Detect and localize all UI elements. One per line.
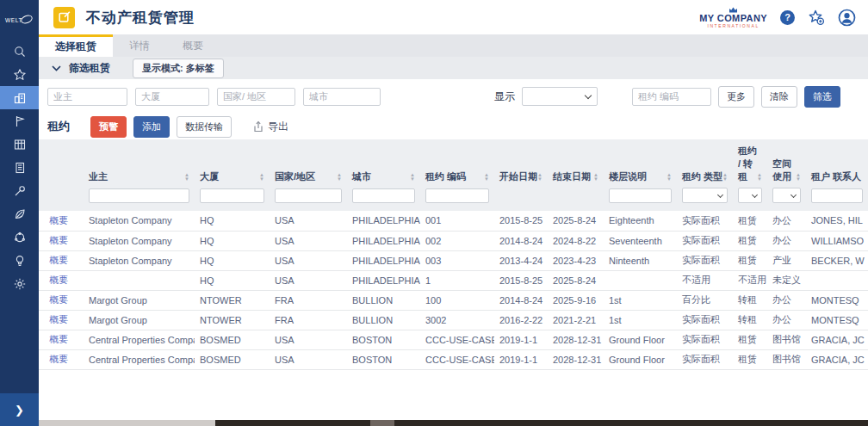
- sidebar-expand-button[interactable]: ❯: [0, 393, 39, 426]
- cell-city: BULLION: [347, 310, 420, 330]
- cell-contact: MONTESQ: [806, 310, 868, 330]
- sort-icon[interactable]: ▲▼: [184, 173, 189, 183]
- display-mode-button[interactable]: 显示模式: 多标签: [133, 59, 224, 78]
- summary-link[interactable]: 概要: [49, 255, 68, 265]
- owner-column-filter-input[interactable]: [89, 188, 189, 203]
- building-filter-input[interactable]: [135, 88, 209, 106]
- cell-floor: Eighteenth: [604, 211, 677, 231]
- display-select[interactable]: [522, 87, 598, 106]
- sidebar-item-notebook[interactable]: [0, 156, 39, 179]
- summary-link[interactable]: 概要: [49, 294, 68, 305]
- column-header-owner: 业主▲▼: [84, 139, 195, 186]
- cell-contact: BECKER, W: [806, 250, 868, 270]
- sort-icon[interactable]: ▲▼: [484, 173, 489, 183]
- favorite-star-add-icon[interactable]: [808, 9, 825, 26]
- scrollbar-thumb[interactable]: [215, 420, 868, 426]
- column-filter-start_date: [494, 186, 548, 211]
- owner-filter-input[interactable]: [47, 88, 127, 106]
- company-logo: WELT: [4, 7, 35, 33]
- user-profile-icon[interactable]: [838, 9, 856, 27]
- sidebar-item-idea[interactable]: [0, 249, 39, 272]
- filter-form: 显示 更多 清除 筛选: [39, 79, 868, 114]
- clear-button[interactable]: 清除: [761, 86, 797, 108]
- cell-city: PHILADELPHIA: [347, 231, 420, 250]
- cell-lease_type: 实际面积: [677, 231, 733, 250]
- sort-icon[interactable]: ▲▼: [722, 173, 728, 183]
- cell-building: BOSMED: [195, 349, 270, 369]
- sidebar-item-leaf[interactable]: [0, 202, 39, 225]
- column-header-end_date: 结束日期▲▼: [548, 139, 604, 186]
- column-header-lease_type: 租约 类型▲▼: [677, 139, 733, 186]
- tab-select-lease[interactable]: 选择租赁: [39, 34, 113, 57]
- scrollbar-notch: [370, 420, 394, 426]
- sort-icon[interactable]: ▲▼: [593, 173, 598, 183]
- contact-column-filter-input[interactable]: [811, 188, 863, 203]
- sort-icon[interactable]: ▲▼: [259, 173, 264, 183]
- table-row: 概要Margot GroupNTOWERFRABULLION30022016-2…: [39, 310, 868, 330]
- tab-summary[interactable]: 概要: [166, 34, 220, 57]
- cell-country: USA: [270, 349, 347, 369]
- cell-lease_code: 100: [420, 290, 494, 310]
- help-icon[interactable]: ?: [780, 10, 795, 25]
- column-label-building: 大厦: [200, 170, 219, 183]
- more-button[interactable]: 更多: [718, 86, 754, 108]
- column-filter-country: [270, 186, 347, 211]
- summary-link[interactable]: 概要: [49, 334, 68, 344]
- cell-lease_code: 3002: [420, 310, 494, 330]
- cell-lease_type: 实际面积: [677, 310, 733, 330]
- column-filter-building: [195, 186, 270, 211]
- filter-button[interactable]: 筛选: [804, 86, 840, 108]
- crown-icon: [728, 7, 738, 13]
- sidebar-item-grid[interactable]: [0, 133, 39, 156]
- lease_type-column-filter-select[interactable]: [682, 188, 728, 203]
- sublease-column-filter-select[interactable]: [738, 188, 762, 203]
- sort-icon[interactable]: ▲▼: [537, 173, 542, 183]
- column-filter-end_date: [548, 186, 604, 211]
- cell-start_date: 2016-2-22: [494, 310, 548, 330]
- summary-link[interactable]: 概要: [49, 235, 68, 245]
- column-filter-owner: [84, 186, 195, 211]
- data-transfer-button[interactable]: 数据传输: [177, 116, 232, 138]
- sort-icon[interactable]: ▲▼: [410, 173, 415, 183]
- sidebar-item-buildings[interactable]: [0, 86, 39, 109]
- summary-link[interactable]: 概要: [49, 354, 68, 364]
- sidebar-item-report[interactable]: [0, 109, 39, 133]
- main-area: 不动产租赁管理 MY COMPANY INTERNATIONAL ?: [39, 0, 868, 426]
- country-column-filter-input[interactable]: [275, 188, 342, 203]
- export-button[interactable]: 导出: [247, 119, 294, 135]
- cell-contact: JONES, HIL: [806, 211, 868, 231]
- chevron-down-icon: [717, 192, 723, 198]
- tab-details[interactable]: 详情: [113, 34, 166, 57]
- building-column-filter-input[interactable]: [200, 188, 264, 203]
- sidebar-item-globe[interactable]: [0, 225, 39, 249]
- cell-lease_code: 1: [420, 270, 494, 290]
- alert-button[interactable]: 预警: [90, 116, 127, 138]
- space_use-column-filter-select[interactable]: [772, 188, 801, 203]
- horizontal-scrollbar[interactable]: [39, 420, 868, 426]
- sort-icon[interactable]: ▲▼: [796, 173, 801, 183]
- cell-contact: WILLIAMSO: [806, 231, 868, 250]
- lease_code-column-filter-input[interactable]: [425, 188, 489, 203]
- lease-code-filter-input[interactable]: [632, 88, 711, 106]
- sidebar-item-tools[interactable]: [0, 179, 39, 202]
- sort-icon[interactable]: ▲▼: [757, 173, 762, 183]
- city-filter-input[interactable]: [303, 88, 381, 106]
- sort-icon[interactable]: ▲▼: [666, 173, 672, 183]
- sidebar-item-search[interactable]: [0, 40, 39, 63]
- cell-country: USA: [270, 211, 347, 231]
- floor-column-filter-input[interactable]: [609, 188, 672, 203]
- sort-icon[interactable]: ▲▼: [337, 173, 342, 183]
- summary-link[interactable]: 概要: [49, 275, 68, 285]
- search-icon: [13, 45, 27, 59]
- cell-owner: Stapleton Company: [84, 250, 195, 270]
- city-column-filter-input[interactable]: [352, 188, 415, 203]
- chevron-down-icon[interactable]: [52, 65, 61, 71]
- column-header-lease_code: 租约 编码▲▼: [420, 139, 494, 186]
- summary-link[interactable]: 概要: [49, 215, 68, 225]
- add-button[interactable]: 添加: [133, 116, 170, 138]
- summary-link[interactable]: 概要: [49, 314, 68, 324]
- sidebar-item-favorites[interactable]: [0, 63, 39, 86]
- country-filter-input[interactable]: [217, 88, 295, 106]
- brand-subtitle: INTERNATIONAL: [699, 24, 767, 28]
- sidebar-item-settings[interactable]: [0, 272, 39, 295]
